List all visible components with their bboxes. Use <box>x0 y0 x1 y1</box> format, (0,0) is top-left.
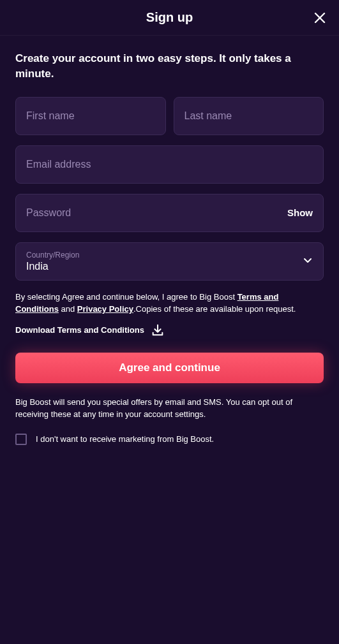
terms-text: By selecting Agree and continue below, I… <box>15 291 324 316</box>
form-content: Create your account in two easy steps. I… <box>0 36 339 460</box>
chevron-down-icon <box>303 255 313 268</box>
terms-mid: and <box>59 304 77 314</box>
marketing-optout-row: I don't want to receive marketing from B… <box>15 434 324 445</box>
first-name-input[interactable] <box>26 110 155 122</box>
download-icon <box>151 323 165 337</box>
email-field[interactable]: Email address <box>15 145 324 184</box>
download-terms-button[interactable]: Download Terms and Conditions <box>15 323 324 337</box>
marketing-optout-label: I don't want to receive marketing from B… <box>36 434 214 444</box>
email-input[interactable] <box>26 159 313 170</box>
marketing-disclosure: Big Boost will send you special offers b… <box>15 396 324 421</box>
page-title: Sign up <box>146 10 193 25</box>
last-name-field[interactable]: Last name <box>174 97 324 135</box>
password-input[interactable] <box>26 207 313 219</box>
first-name-field[interactable]: First name <box>15 97 166 135</box>
close-button[interactable] <box>311 9 329 27</box>
close-icon <box>313 11 326 24</box>
agree-continue-button[interactable]: Agree and continue <box>15 353 324 383</box>
password-field[interactable]: Password Show <box>15 194 324 232</box>
terms-prefix: By selecting Agree and continue below, I… <box>15 292 237 302</box>
terms-suffix: .Copies of these are available upon requ… <box>133 304 296 314</box>
modal-header: Sign up <box>0 0 339 36</box>
subtitle: Create your account in two easy steps. I… <box>15 51 324 82</box>
privacy-link[interactable]: Privacy Policy <box>77 304 133 314</box>
country-select[interactable]: Country/Region India <box>15 242 324 281</box>
country-label: Country/Region <box>26 251 79 260</box>
show-password-button[interactable]: Show <box>287 207 313 218</box>
last-name-input[interactable] <box>185 110 313 122</box>
country-value: India <box>26 261 49 272</box>
marketing-optout-checkbox[interactable] <box>15 434 27 445</box>
download-label: Download Terms and Conditions <box>15 325 144 335</box>
